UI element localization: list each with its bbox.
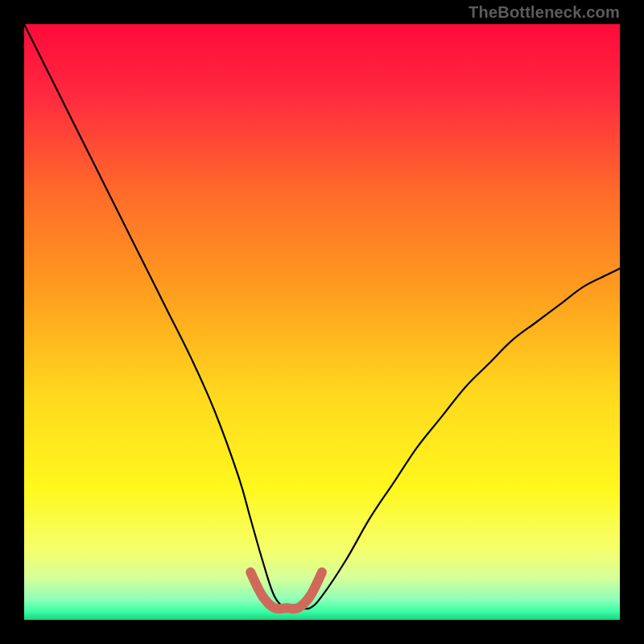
svg-rect-0 (24, 24, 620, 620)
background-gradient (24, 24, 620, 620)
chart-frame: TheBottleneck.com (0, 0, 644, 644)
watermark-label: TheBottleneck.com (469, 3, 620, 22)
plot-area (24, 24, 620, 620)
